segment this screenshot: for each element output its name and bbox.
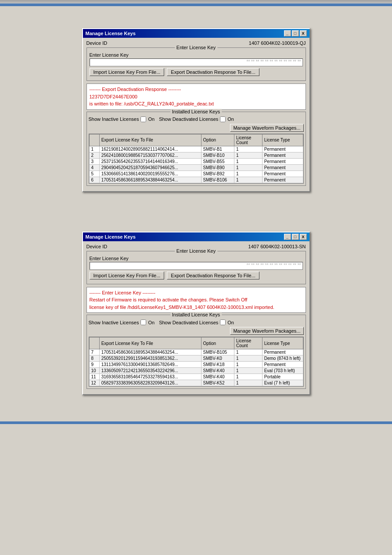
dialog1-maximize-btn[interactable]: □ xyxy=(292,30,299,36)
table-row[interactable]: 8 250553920129911594643193851362... SMBV… xyxy=(89,355,303,362)
row-key: 131134997613300490133685782649... xyxy=(99,362,201,368)
row-key: 316936583108546472533278594163... xyxy=(99,374,201,380)
dialog1-show-inactive-on: On xyxy=(148,116,155,122)
dialog2-message-box: ------- Enter License Key -------- Resta… xyxy=(86,287,306,313)
table-row[interactable]: 7 170531458636618895343884463254... SMBV… xyxy=(89,349,303,355)
table-row[interactable]: 12 058297333839630582283209843126... SMB… xyxy=(89,380,303,386)
dialog1-show-deactivated-on: On xyxy=(227,116,234,122)
dialog1-th-key: Export License Key To File xyxy=(99,134,201,146)
dialog2-manage-waveform-btn[interactable]: Manage Waveform Packages... xyxy=(230,327,303,335)
dialog1-message-line2: 1237D7DF24467E000 xyxy=(90,93,303,101)
row-num: 4 xyxy=(89,164,99,170)
dialog1-manage-waveform-btn[interactable]: Manage Waveform Packages... xyxy=(230,124,303,132)
dialog2-button-row: Import License Key From File... Export D… xyxy=(90,272,303,279)
dialog2-show-deactivated-checkbox[interactable] xyxy=(220,319,226,325)
row-count: 1 xyxy=(234,349,262,355)
dialog1-device-id-value: 1407 6004K02-100019-QJ xyxy=(249,40,306,46)
dialog1-enter-key-label: Enter License Key xyxy=(90,52,303,58)
dialog1-message-line3: is written to file: /usb/OCZ_RALLY2/k40_… xyxy=(90,100,303,108)
dialog1-key-input[interactable]: ** ** ** ** ** ** ** ** ** ** ** ** xyxy=(90,58,303,66)
row-option: SMBV-K0 xyxy=(201,355,234,362)
row-count: 1 xyxy=(234,158,262,164)
row-num: 12 xyxy=(89,380,99,386)
dialog2-th-key: Export License Key To File xyxy=(99,337,201,349)
dialog2-installed-controls: Show Inactive Licenses On Show Deactivat… xyxy=(89,319,304,335)
dialog2-import-btn[interactable]: Import License Key From File... xyxy=(90,272,165,279)
dialog2-enter-key-legend: Enter License Key xyxy=(175,248,217,254)
table-row[interactable]: 2 256241080019885671530377707062... SMBV… xyxy=(89,152,303,158)
row-option: SMBV-K40 xyxy=(201,374,234,380)
dialog2-show-deactivated-label: Show Deactivated Licenses xyxy=(159,320,218,325)
dialog1-th-type: License Type xyxy=(262,134,303,146)
dialog2-message-line2: Restart of Firmware is required to activ… xyxy=(90,296,303,304)
dialog2-device-id-value: 1407 6004K02-100013-SN xyxy=(248,244,306,249)
dialog1-show-inactive-label: Show Inactive Licenses xyxy=(89,116,139,122)
dialog1-message-line1: ------- Export Deactivation Response ---… xyxy=(90,86,303,93)
row-option: SMBV-B92 xyxy=(201,170,234,177)
row-num: 9 xyxy=(89,362,99,368)
table-row[interactable]: 3 253715365426235537164144016349... SMBV… xyxy=(89,158,303,164)
table-row[interactable]: 9 131134997613300490133685782649... SMBV… xyxy=(89,362,303,368)
row-key: 253715365426235537164144016349... xyxy=(99,158,201,164)
row-num: 7 xyxy=(89,349,99,355)
row-type: Permanent xyxy=(262,362,303,368)
dialog2-installed-keys: Installed License Keys Show Inactive Lic… xyxy=(86,315,306,389)
section-dialog2: Manage License Keys _ □ X Device ID 1407… xyxy=(0,223,392,409)
dialog1-import-btn[interactable]: Import License Key From File... xyxy=(90,68,165,76)
dialog2-device-id-label: Device ID xyxy=(86,244,108,249)
dialog2-th-option: Option xyxy=(201,337,234,349)
row-type: Permanent xyxy=(262,164,303,170)
table-row[interactable]: 4 290490452042518705943607946625... SMBV… xyxy=(89,164,303,170)
table-row[interactable]: 5 153066651413861400200195555276... SMBV… xyxy=(89,170,303,177)
dialog1-close-btn[interactable]: X xyxy=(300,30,307,36)
dialog1-title: Manage License Keys xyxy=(86,31,136,36)
dialog1-enter-key-legend: Enter License Key xyxy=(175,45,217,50)
section-dialog1: Manage License Keys _ □ X Device ID 1407… xyxy=(0,19,392,205)
dialog2-minimize-btn[interactable]: _ xyxy=(284,234,291,240)
dialog2-table: Export License Key To File Option Licens… xyxy=(89,337,303,386)
table-row[interactable]: 1 162190812400289058821114062414... SMBV… xyxy=(89,146,303,152)
dialog2-close-btn[interactable]: X xyxy=(300,234,307,240)
dialog2-th-num xyxy=(89,337,99,349)
dialog2-enter-key-label: Enter License Key xyxy=(90,256,303,261)
dialog1-th-option: Option xyxy=(201,134,234,146)
table-row[interactable]: 10 133605097212421365503543224296... SMB… xyxy=(89,368,303,374)
row-key: 170531458636618895343884463254... xyxy=(99,177,201,183)
row-option: SMBV-B10 xyxy=(201,152,234,158)
row-num: 8 xyxy=(89,355,99,362)
table-row[interactable]: 6 170531458636618895343884463254... SMBV… xyxy=(89,177,303,183)
dialog2-maximize-btn[interactable]: □ xyxy=(292,234,299,240)
dialog2-export-btn[interactable]: Export Deactivation Response To File... xyxy=(167,272,259,279)
dialog1-device-id-label: Device ID xyxy=(86,40,108,46)
row-count: 1 xyxy=(234,380,262,386)
dialog2-show-inactive-checkbox[interactable] xyxy=(140,319,146,325)
dialog1-show-deactivated-checkbox[interactable] xyxy=(220,116,226,122)
row-type: Portable xyxy=(262,374,303,380)
dialog1-table-head: Export License Key To File Option Licens… xyxy=(89,134,303,146)
row-option: SMBV-K18 xyxy=(201,362,234,368)
dialog2-enter-key-group: Enter License Key Enter License Key ** *… xyxy=(86,251,306,284)
dialog1-show-inactive-checkbox[interactable] xyxy=(140,116,146,122)
row-key: 153066651413861400200195555276... xyxy=(99,170,201,177)
dialog1-table-header-row: Export License Key To File Option Licens… xyxy=(89,134,303,146)
dialog2-installed-legend: Installed License Keys xyxy=(170,312,222,317)
row-num: 1 xyxy=(89,146,99,152)
dialog1-table-body: 1 162190812400289058821114062414... SMBV… xyxy=(89,146,303,183)
dialog1-button-row: Import License Key From File... Export D… xyxy=(90,68,303,76)
dialog2: Manage License Keys _ □ X Device ID 1407… xyxy=(82,232,310,395)
page-wrapper: Manage License Keys _ □ X Device ID 1407… xyxy=(0,0,392,555)
dialog1-body: Device ID 1407 6004K02-100019-QJ Enter L… xyxy=(83,38,309,191)
row-type: Permanent xyxy=(262,152,303,158)
row-type: Permanent xyxy=(262,170,303,177)
dialog1-message-box: ------- Export Deactivation Response ---… xyxy=(86,83,306,110)
dialog1-show-deactivated-label: Show Deactivated Licenses xyxy=(159,116,218,122)
dialog1-minimize-btn[interactable]: _ xyxy=(284,30,291,36)
dialog2-show-deactivated-on: On xyxy=(227,320,234,325)
dialog2-key-input[interactable]: ** ** ** ** ** ** ** ** ** ** ** ** xyxy=(90,262,303,270)
dialog2-th-type: License Type xyxy=(262,337,303,349)
table-row[interactable]: 11 316936583108546472533278594163... SMB… xyxy=(89,374,303,380)
dialog2-show-inactive-label: Show Inactive Licenses xyxy=(89,320,139,325)
dialog1-export-btn[interactable]: Export Deactivation Response To File... xyxy=(167,68,259,76)
row-option: SMBV-B90 xyxy=(201,164,234,170)
dialog2-message-line3: license key of file /hdd/LicenseKey1_SMB… xyxy=(90,304,303,311)
